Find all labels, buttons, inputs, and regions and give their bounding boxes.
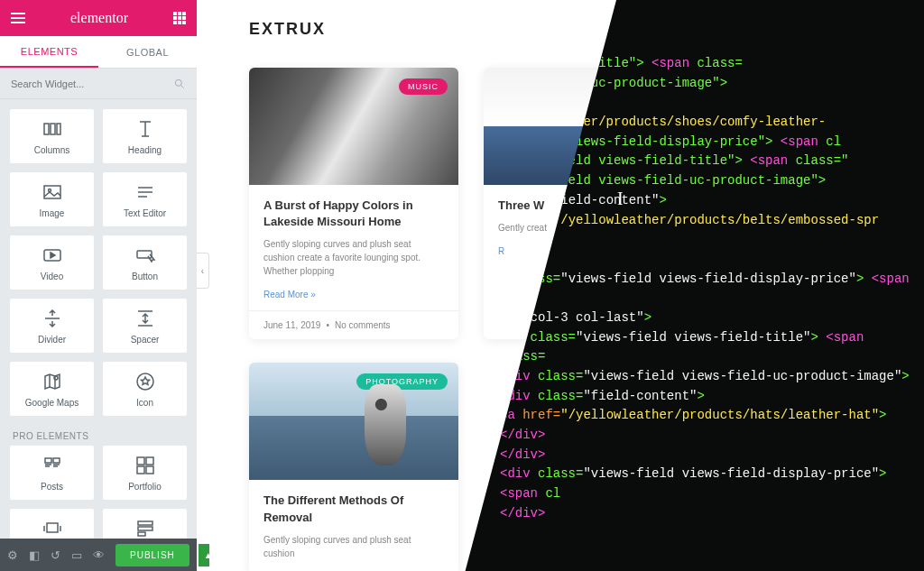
widget-label: Video <box>41 272 63 281</box>
widget-posts[interactable]: Posts <box>9 445 95 501</box>
read-more-link[interactable]: Read More » <box>263 290 316 299</box>
widget-portfolio[interactable]: Portfolio <box>102 445 188 501</box>
code-line: div> <box>500 230 915 250</box>
svg-line-1 <box>181 85 184 87</box>
text-editor-icon <box>134 181 156 203</box>
responsive-icon[interactable]: ▭ <box>71 548 82 562</box>
svg-rect-3 <box>51 124 55 134</box>
search-input[interactable] <box>11 78 173 89</box>
history-icon[interactable]: ↺ <box>51 548 60 562</box>
card-title: A Burst of Happy Colors in Lakeside Miss… <box>263 198 444 230</box>
svg-rect-21 <box>137 457 144 465</box>
widget-label: Heading <box>128 145 162 155</box>
site-title: EXTRUX <box>249 20 326 39</box>
svg-rect-27 <box>138 527 152 530</box>
widget-label: Portfolio <box>128 482 162 492</box>
widget-form[interactable]: Form <box>102 508 188 539</box>
card-comments: No comments <box>335 320 391 330</box>
widget-label: Posts <box>41 482 63 492</box>
hamburger-icon[interactable] <box>11 13 25 23</box>
code-line: <div class="field-content"> <box>500 387 915 407</box>
widget-divider[interactable]: Divider <box>9 298 95 354</box>
widget-image[interactable]: Image <box>9 171 95 227</box>
widget-slides[interactable]: Slides <box>9 508 95 539</box>
settings-icon[interactable]: ⚙ <box>7 548 18 562</box>
slides-icon <box>42 518 63 539</box>
category-badge[interactable]: MUSIC <box>399 78 448 95</box>
code-line: <div class="views-field views-field-disp… <box>500 465 915 503</box>
widget-columns[interactable]: Columns <box>9 108 95 164</box>
widget-button[interactable]: Button <box>102 235 188 290</box>
card-date: June 11, 2019 <box>263 320 320 330</box>
widget-icon[interactable]: Icon <box>102 361 188 417</box>
panel-header: elementor <box>0 0 197 36</box>
video-icon <box>42 244 63 266</box>
code-line: div class="views-field views-field-title… <box>500 328 915 367</box>
widget-google-maps[interactable]: Google Maps <box>9 361 95 417</box>
portfolio-icon <box>134 455 156 476</box>
tab-global[interactable]: GLOBAL <box>98 36 197 68</box>
svg-rect-22 <box>146 457 153 465</box>
publish-button[interactable]: PUBLISH <box>116 544 189 566</box>
post-card[interactable]: MUSIC A Burst of Happy Colors in Lakesid… <box>249 68 458 339</box>
card-body: A Burst of Happy Colors in Lakeside Miss… <box>249 185 458 310</box>
columns-icon <box>42 118 63 140</box>
svg-point-0 <box>175 79 181 86</box>
elementor-panel: elementor ELEMENTS GLOBAL Columns Headin… <box>0 0 197 571</box>
brand-logo: elementor <box>70 10 128 26</box>
card-meta: June 11, 2019•No comments <box>249 310 458 339</box>
card-body: The Different Methods Of Removal Gently … <box>249 480 458 571</box>
collapse-handle-icon[interactable]: ‹ <box>197 253 209 289</box>
post-card[interactable]: PHOTOGRAPHY The Different Methods Of Rem… <box>249 363 458 571</box>
map-icon <box>42 371 63 392</box>
widget-label: Columns <box>34 145 69 155</box>
pro-section-title: PRO ELEMENTS <box>9 424 188 445</box>
image-icon <box>42 181 63 203</box>
category-badge[interactable]: PHOTOGRAPHY <box>356 373 448 390</box>
code-line: </div> <box>500 446 915 465</box>
svg-rect-26 <box>138 521 152 525</box>
card-image: PHOTOGRAPHY <box>249 363 458 480</box>
form-icon <box>134 518 156 539</box>
widget-label: Spacer <box>131 335 160 345</box>
apps-grid-icon[interactable] <box>173 12 186 24</box>
tab-elements[interactable]: ELEMENTS <box>0 36 98 68</box>
text-cursor-icon: I <box>617 185 624 213</box>
card-image: MUSIC <box>249 68 458 185</box>
preview-icon[interactable]: 👁 <box>93 548 105 562</box>
widget-text-editor[interactable]: Text Editor <box>102 171 188 227</box>
widget-label: Button <box>132 272 158 281</box>
card-excerpt: Gently sloping curves and plush seat cus… <box>263 237 444 278</box>
button-icon <box>134 244 156 266</box>
widget-video[interactable]: Video <box>9 235 95 290</box>
code-line: <div class="views-field views-field-uc-p… <box>500 367 915 387</box>
posts-icon <box>42 455 63 476</box>
star-icon <box>134 371 156 392</box>
svg-rect-2 <box>44 124 49 134</box>
svg-rect-28 <box>138 532 145 536</box>
svg-point-13 <box>54 376 58 380</box>
widget-grid: Columns Heading Image Text Editor Video <box>0 99 197 539</box>
card-excerpt: Gently sloping curves and plush seat cus… <box>263 533 444 560</box>
widget-spacer[interactable]: Spacer <box>102 298 188 354</box>
search-icon <box>173 78 186 90</box>
code-line: </div> <box>500 504 915 524</box>
svg-rect-24 <box>146 466 153 474</box>
spacer-icon <box>134 308 156 329</box>
code-line: <a href="/yellowleather/products/hats/le… <box>500 406 915 426</box>
svg-rect-15 <box>45 458 51 463</box>
widget-heading[interactable]: Heading <box>102 108 188 164</box>
svg-marker-11 <box>51 253 55 258</box>
panel-tabs: ELEMENTS GLOBAL <box>0 36 197 69</box>
svg-rect-5 <box>44 186 60 198</box>
code-line: </div> <box>500 426 915 446</box>
widget-label: Icon <box>136 398 153 408</box>
svg-rect-18 <box>53 458 60 463</box>
widget-label: Divider <box>38 335 66 345</box>
navigator-icon[interactable]: ◧ <box>29 548 40 562</box>
read-more-link[interactable]: R <box>498 246 504 256</box>
svg-rect-25 <box>47 523 58 532</box>
svg-rect-12 <box>137 251 152 258</box>
code-line: /div> <box>500 250 915 270</box>
code-line: a href="/yellowleather/products/belts/em… <box>500 211 915 231</box>
